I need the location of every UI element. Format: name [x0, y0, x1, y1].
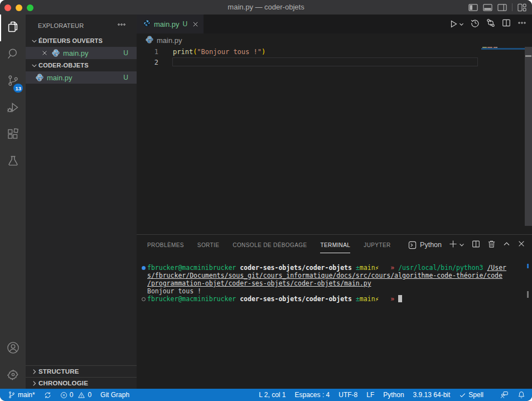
terminal-token-branch: main — [360, 295, 375, 303]
section-open-editors[interactable]: ÉDITEURS OUVERTS — [26, 35, 137, 47]
status-spell[interactable]: Spell — [454, 389, 488, 401]
status-git-graph[interactable]: Git Graph — [96, 389, 134, 401]
breadcrumbs[interactable]: main.py — [137, 33, 532, 47]
activity-source-control[interactable]: 13 — [0, 68, 26, 95]
terminal-launch-profile[interactable]: Python — [408, 241, 442, 249]
activity-explorer[interactable] — [0, 15, 26, 41]
code-area[interactable]: 1print("Bonjour tous !")2 — [137, 47, 481, 234]
terminal-dropdown-icon[interactable] — [459, 240, 465, 250]
terminal-token-bolt: ⚡ — [375, 264, 379, 272]
terminal-token-plain — [379, 264, 391, 272]
editor-scrollbar[interactable] — [525, 47, 532, 226]
kill-terminal-icon[interactable] — [487, 240, 496, 250]
panel-tab-console-de-d-bogage[interactable]: CONSOLE DE DÉBOGAGE — [233, 235, 307, 255]
panel-tab-terminal[interactable]: TERMINAL — [320, 235, 350, 255]
terminal-token-plain — [394, 295, 398, 303]
search-icon — [6, 47, 20, 63]
activity-extensions[interactable] — [0, 122, 26, 148]
status-sync[interactable] — [40, 389, 56, 401]
new-terminal-icon[interactable] — [449, 240, 457, 250]
section-outline[interactable]: STRUCTURE — [26, 365, 137, 377]
status-language-mode[interactable]: Python — [379, 389, 408, 401]
status-feedback[interactable] — [496, 389, 513, 401]
status-indentation[interactable]: Espaces : 4 — [291, 389, 335, 401]
terminal-row-5: fbrucker@macminibrucker coder-ses-objets… — [137, 295, 532, 303]
chevron-down-icon — [459, 22, 464, 27]
more-actions-icon[interactable] — [518, 18, 526, 30]
files-icon — [6, 20, 20, 36]
run-debug-icon — [6, 100, 20, 117]
terminal-token-bolt: ⚡ — [375, 295, 379, 303]
activity-run-and-debug[interactable] — [0, 95, 26, 122]
minimap-selection-line — [481, 48, 525, 50]
terminal-token-plain — [379, 295, 391, 303]
titlebar-separator — [512, 3, 512, 11]
run-python-file-button[interactable] — [449, 20, 464, 28]
panel-tab-jupyter[interactable]: JUPYTER — [364, 235, 390, 255]
status-cursor-position[interactable]: L 2, col 1 — [254, 389, 290, 401]
status-notifications[interactable] — [513, 389, 530, 401]
activity-search[interactable] — [0, 41, 26, 68]
line-number: 1 — [137, 48, 173, 56]
terminal-row-3: /programmation-objet/coder-ses-objets/co… — [137, 279, 532, 287]
window-title: main.py — coder-objets — [0, 0, 532, 15]
terminal-token-branch: main — [360, 264, 375, 272]
close-tab-icon[interactable] — [192, 21, 199, 28]
activity-testing[interactable] — [0, 148, 26, 175]
activity-accounts[interactable] — [0, 335, 26, 362]
maximize-panel-icon[interactable] — [503, 240, 510, 250]
open-editor-item-main-py[interactable]: main.py U — [26, 47, 137, 59]
git-branch-icon — [8, 391, 16, 399]
close-panel-icon[interactable] — [518, 240, 525, 250]
status-python-interpreter[interactable]: 3.9.13 64-bit — [409, 389, 455, 401]
python-file-icon — [35, 74, 44, 81]
panel-tab-probl-mes[interactable]: PROBLÈMES — [147, 235, 184, 255]
terminal-token-user: fbrucker@macminibrucker — [147, 264, 236, 272]
section-timeline[interactable]: CHRONOLOGIE — [26, 377, 137, 389]
terminal-cursor — [398, 295, 402, 302]
activity-settings[interactable] — [0, 362, 26, 389]
bell-icon — [518, 391, 525, 399]
explorer-file-main-py[interactable]: main.py U — [26, 71, 137, 84]
sync-icon — [44, 392, 51, 399]
account-icon — [6, 341, 20, 357]
terminal-row-1: fbrucker@macminibrucker coder-ses-objets… — [137, 264, 532, 272]
customize-layout-icon[interactable] — [518, 3, 526, 12]
toggle-panel-icon[interactable] — [483, 3, 492, 12]
scm-changes-badge: 13 — [13, 84, 23, 93]
terminal-token-user: fbrucker@macminibrucker — [147, 295, 236, 303]
explorer-actions-icon[interactable] — [117, 20, 126, 31]
terminal-token-path: /User — [487, 264, 506, 272]
vscode-window: main.py — coder-objets 13 EXPLORATEUR — [0, 0, 532, 401]
terminal-token-pm: ± — [356, 264, 360, 272]
chevron-down-icon — [30, 62, 38, 69]
code-token-fn: print — [173, 48, 193, 56]
tab-git-badge: U — [183, 20, 188, 28]
open-changes-icon[interactable] — [486, 18, 495, 30]
tab-main-py[interactable]: main.py U — [137, 15, 204, 33]
status-bar-left: main*00Git Graph — [3, 389, 134, 401]
beaker-icon — [6, 154, 20, 170]
code-line-1[interactable]: 1print("Bonjour tous !") — [137, 47, 481, 57]
toggle-secondary-sidebar-icon[interactable] — [497, 3, 507, 12]
terminal-content[interactable]: fbrucker@macminibrucker coder-ses-objets… — [137, 264, 532, 389]
code-line-2[interactable]: 2 — [137, 57, 481, 68]
history-icon[interactable] — [471, 18, 480, 30]
status-encoding[interactable]: UTF-8 — [334, 389, 362, 401]
prompt-decoration-icon[interactable] — [142, 297, 146, 301]
terminal-profile-label: Python — [420, 241, 442, 249]
section-folder[interactable]: CODER-OBJETS — [26, 59, 137, 71]
activity-bar: 13 — [0, 15, 26, 389]
terminal-token-path: s/fbrucker/Documents/sous_git/cours_info… — [147, 272, 502, 279]
split-terminal-icon[interactable] — [472, 240, 480, 250]
minimap[interactable] — [481, 46, 525, 234]
status-eol[interactable]: LF — [362, 389, 379, 401]
close-editor-icon[interactable] — [40, 50, 49, 56]
error-icon — [60, 392, 67, 399]
command-decoration-icon[interactable] — [142, 266, 146, 270]
split-editor-icon[interactable] — [502, 18, 511, 30]
status-git-branch[interactable]: main* — [3, 389, 40, 401]
status-problems[interactable]: 00 — [56, 389, 96, 401]
panel-tab-sortie[interactable]: SORTIE — [197, 235, 219, 255]
toggle-primary-sidebar-icon[interactable] — [468, 3, 478, 12]
